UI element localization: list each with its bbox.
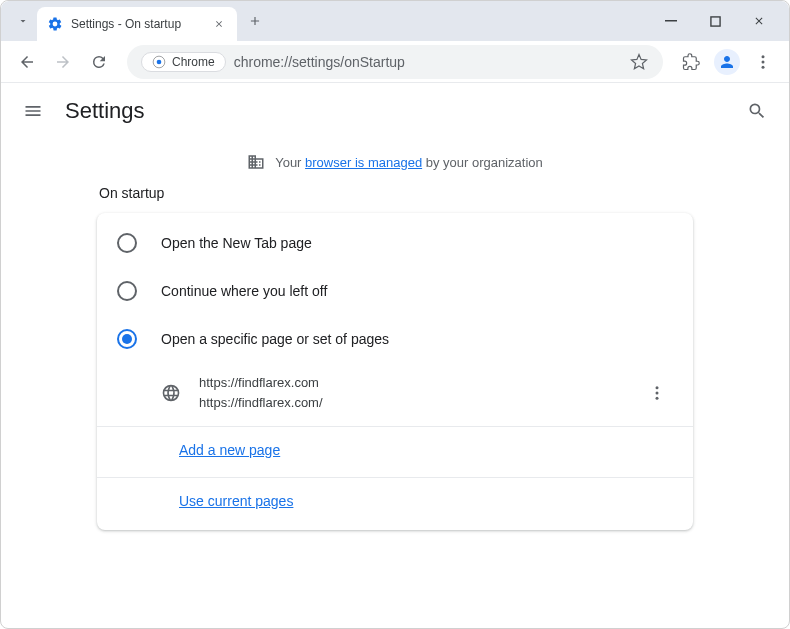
managed-link[interactable]: browser is managed <box>305 155 422 170</box>
page-entry-more-button[interactable] <box>641 377 673 409</box>
radio-option-continue[interactable]: Continue where you left off <box>97 267 693 315</box>
browser-toolbar: Chrome chrome://settings/onStartup <box>1 41 789 83</box>
managed-banner: Your browser is managed by your organiza… <box>1 139 789 185</box>
radio-option-new-tab[interactable]: Open the New Tab page <box>97 219 693 267</box>
use-current-link[interactable]: Use current pages <box>179 493 293 509</box>
extensions-button[interactable] <box>675 46 707 78</box>
address-bar[interactable]: Chrome chrome://settings/onStartup <box>127 45 663 79</box>
window-controls <box>657 7 781 35</box>
menu-button[interactable] <box>747 46 779 78</box>
reload-button[interactable] <box>83 46 115 78</box>
page-title: Settings <box>65 98 145 124</box>
svg-point-8 <box>656 391 659 394</box>
settings-header: Settings <box>1 83 789 139</box>
use-current-row: Use current pages <box>97 477 693 524</box>
close-tab-button[interactable] <box>211 16 227 32</box>
svg-rect-0 <box>665 20 677 22</box>
svg-point-9 <box>656 396 659 399</box>
svg-point-3 <box>157 59 162 64</box>
startup-page-title: https://findflarex.com <box>199 373 623 393</box>
add-page-row: Add a new page <box>97 426 693 473</box>
search-settings-button[interactable] <box>745 99 769 123</box>
new-tab-button[interactable] <box>241 7 269 35</box>
radio-label: Open the New Tab page <box>161 235 312 251</box>
maximize-button[interactable] <box>701 7 729 35</box>
window-titlebar: Settings - On startup <box>1 1 789 41</box>
site-chip[interactable]: Chrome <box>141 52 226 72</box>
radio-label: Continue where you left off <box>161 283 327 299</box>
startup-page-entry: https://findflarex.com https://findflare… <box>97 363 693 422</box>
globe-icon <box>161 383 181 403</box>
add-page-link[interactable]: Add a new page <box>179 442 280 458</box>
building-icon <box>247 153 265 171</box>
settings-content: On startup Open the New Tab page Continu… <box>1 185 789 530</box>
startup-page-urls: https://findflarex.com https://findflare… <box>199 373 623 412</box>
startup-card: Open the New Tab page Continue where you… <box>97 213 693 530</box>
radio-icon <box>117 329 137 349</box>
radio-label: Open a specific page or set of pages <box>161 331 389 347</box>
back-button[interactable] <box>11 46 43 78</box>
avatar-icon <box>714 49 740 75</box>
startup-page-url: https://findflarex.com/ <box>199 393 623 413</box>
profile-button[interactable] <box>711 46 743 78</box>
close-window-button[interactable] <box>745 7 773 35</box>
site-chip-label: Chrome <box>172 55 215 69</box>
chrome-icon <box>152 55 166 69</box>
hamburger-menu-button[interactable] <box>21 99 45 123</box>
radio-option-specific-pages[interactable]: Open a specific page or set of pages <box>97 315 693 363</box>
svg-point-6 <box>762 65 765 68</box>
gear-icon <box>47 16 63 32</box>
tab-search-dropdown[interactable] <box>13 11 33 31</box>
svg-point-7 <box>656 386 659 389</box>
bookmark-star-icon[interactable] <box>629 52 649 72</box>
section-title: On startup <box>97 185 693 201</box>
forward-button[interactable] <box>47 46 79 78</box>
svg-rect-1 <box>710 16 719 25</box>
radio-icon <box>117 233 137 253</box>
radio-icon <box>117 281 137 301</box>
minimize-button[interactable] <box>657 7 685 35</box>
tab-title: Settings - On startup <box>71 17 203 31</box>
url-text: chrome://settings/onStartup <box>234 54 621 70</box>
svg-point-4 <box>762 55 765 58</box>
browser-tab[interactable]: Settings - On startup <box>37 7 237 41</box>
svg-point-5 <box>762 60 765 63</box>
managed-text: Your browser is managed by your organiza… <box>275 155 543 170</box>
